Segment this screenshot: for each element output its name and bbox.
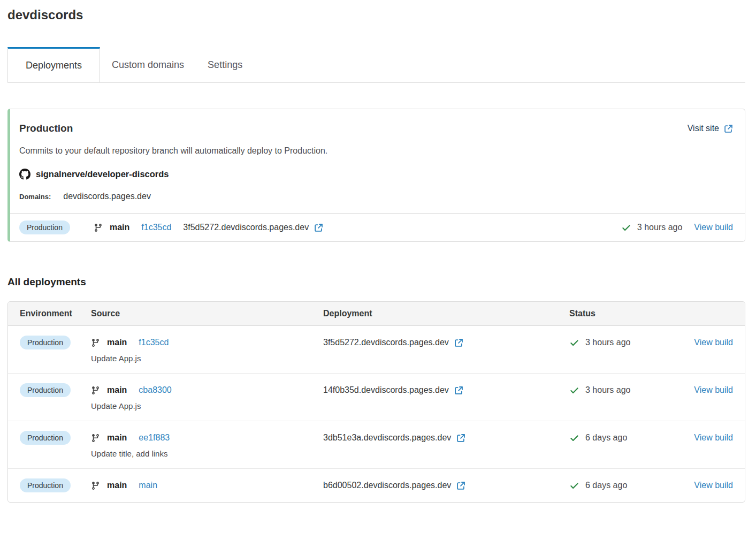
repo-name: signalnerve/developer-discords [36, 169, 169, 179]
column-environment: Environment [20, 309, 91, 318]
all-deployments-title: All deployments [7, 276, 745, 288]
commit-link[interactable]: main [139, 481, 157, 490]
environment-badge: Production [20, 431, 71, 445]
external-link-icon [456, 434, 465, 443]
deployment-status: 3 hours ago [569, 382, 684, 398]
status-time: 6 days ago [585, 481, 627, 490]
check-icon [569, 338, 579, 348]
check-icon [569, 481, 579, 491]
view-build-link[interactable]: View build [694, 385, 733, 395]
tab-deployments[interactable]: Deployments [7, 47, 100, 82]
view-build-link[interactable]: View build [694, 338, 733, 347]
column-source: Source [91, 309, 323, 318]
deployment-url: 14f0b35d.devdiscords.pages.dev [323, 385, 449, 395]
deployment-status: 3 hours ago [621, 223, 683, 233]
table-row: Production main cba8300 Update App.js 14… [8, 373, 745, 421]
git-branch-icon [91, 338, 100, 347]
view-build-link[interactable]: View build [694, 481, 733, 490]
git-branch-icon [91, 481, 100, 490]
deployment-url-link[interactable]: 3f5d5272.devdiscords.pages.dev [183, 223, 323, 232]
production-deployment-row: Production main f1c35cd 3f5d5272.devdisc… [10, 213, 745, 241]
deployment-url: 3db51e3a.devdiscords.pages.dev [323, 433, 451, 443]
commit-link[interactable]: f1c35cd [141, 223, 171, 232]
external-link-icon [454, 386, 463, 395]
status-time: 6 days ago [585, 433, 627, 443]
page: devdiscords Deployments Custom domains S… [0, 0, 756, 503]
deployment-status: 3 hours ago [569, 334, 684, 351]
commit-link[interactable]: ee1f883 [139, 433, 170, 443]
github-icon [19, 169, 30, 180]
production-card-title: Production [19, 123, 73, 134]
external-link-icon [454, 338, 463, 347]
table-row: Production main main b6d00502.devdiscord… [8, 468, 745, 502]
tab-bar: Deployments Custom domains Settings [7, 47, 745, 83]
environment-badge: Production [19, 221, 70, 234]
deployment-status: 6 days ago [569, 430, 684, 446]
production-card: Production Visit site Commits to your de… [7, 109, 745, 242]
check-icon [569, 385, 579, 396]
branch-name: main [107, 338, 127, 347]
deployment-url-link[interactable]: 3db51e3a.devdiscords.pages.dev [323, 433, 465, 443]
external-link-icon [456, 481, 465, 490]
external-link-icon [314, 223, 323, 232]
commit-link[interactable]: f1c35cd [139, 338, 169, 347]
deployment-url: b6d00502.devdiscords.pages.dev [323, 481, 451, 490]
branch-name: main [107, 385, 127, 395]
github-repo-link[interactable]: signalnerve/developer-discords [19, 169, 169, 180]
visit-site-link[interactable]: Visit site [688, 124, 733, 133]
tab-custom-domains[interactable]: Custom domains [100, 47, 196, 82]
environment-badge: Production [20, 383, 71, 397]
git-branch-icon [91, 434, 100, 443]
commit-message: Update App.js [91, 400, 323, 412]
deployment-url: 3f5d5272.devdiscords.pages.dev [323, 338, 449, 347]
column-status: Status [569, 309, 684, 318]
status-time: 3 hours ago [585, 385, 631, 395]
status-time: 3 hours ago [585, 338, 631, 347]
check-icon [569, 433, 579, 443]
domains-row: Domains: devdiscords.pages.dev [19, 192, 733, 201]
deployment-url: 3f5d5272.devdiscords.pages.dev [183, 223, 309, 232]
deployment-url-link[interactable]: 14f0b35d.devdiscords.pages.dev [323, 385, 463, 395]
tab-settings[interactable]: Settings [196, 47, 254, 82]
production-description: Commits to your default repository branc… [19, 146, 733, 156]
status-time: 3 hours ago [637, 223, 683, 232]
check-icon [621, 223, 631, 233]
table-row: Production main f1c35cd Update App.js 3f… [8, 326, 745, 373]
domains-value: devdiscords.pages.dev [63, 192, 151, 201]
environment-badge: Production [20, 478, 71, 492]
branch-name: main [110, 223, 129, 232]
commit-message: Update App.js [91, 353, 323, 364]
column-deployment: Deployment [323, 309, 569, 318]
branch-name: main [107, 481, 127, 490]
deployments-table: Environment Source Deployment Status Pro… [7, 301, 745, 503]
view-build-link[interactable]: View build [694, 433, 733, 443]
git-branch-icon [94, 223, 103, 232]
table-header-row: Environment Source Deployment Status [8, 302, 745, 326]
deployment-url-link[interactable]: b6d00502.devdiscords.pages.dev [323, 481, 465, 490]
page-title: devdiscords [7, 7, 745, 22]
commit-link[interactable]: cba8300 [139, 385, 171, 395]
commit-message: Update title, add links [91, 448, 323, 460]
environment-badge: Production [20, 336, 71, 349]
table-row: Production main ee1f883 Update title, ad… [8, 421, 745, 468]
deployment-status: 6 days ago [569, 477, 684, 493]
visit-site-label: Visit site [688, 124, 719, 133]
external-link-icon [724, 124, 733, 133]
view-build-link[interactable]: View build [694, 223, 733, 232]
branch-name: main [107, 433, 127, 443]
domains-label: Domains: [19, 193, 51, 201]
git-branch-icon [91, 386, 100, 395]
deployment-url-link[interactable]: 3f5d5272.devdiscords.pages.dev [323, 338, 463, 347]
